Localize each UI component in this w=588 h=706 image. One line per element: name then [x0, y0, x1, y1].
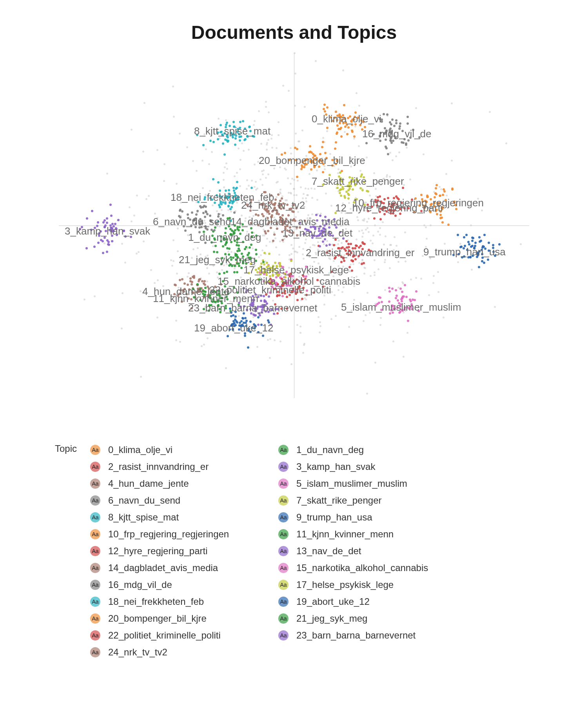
noise-point	[288, 90, 290, 92]
topic-point	[241, 317, 244, 319]
noise-point	[388, 251, 390, 253]
topic-point	[281, 231, 283, 233]
topic-point	[298, 280, 300, 282]
topic-point	[292, 204, 295, 206]
topic-point	[351, 129, 353, 132]
legend-item[interactable]: Aa23_barn_barna_barnevernet	[278, 629, 466, 642]
legend-item[interactable]: Aa21_jeg_syk_meg	[278, 612, 466, 625]
legend-item[interactable]: Aa11_kjnn_kvinner_menn	[278, 528, 466, 541]
topic-point	[274, 198, 277, 201]
noise-point	[336, 205, 338, 207]
topic-point	[249, 126, 251, 128]
topic-point	[343, 104, 345, 106]
topic-point	[257, 296, 260, 298]
topic-point	[338, 254, 340, 257]
legend-item[interactable]: Aa16_mdg_vil_de	[90, 578, 278, 591]
topic-point	[340, 127, 342, 129]
noise-point	[143, 240, 145, 242]
topic-point	[414, 197, 417, 200]
legend-item[interactable]: Aa22_politiet_kriminelle_politi	[90, 629, 278, 642]
topic-point	[263, 295, 265, 297]
topic-point	[399, 213, 401, 215]
topic-point	[335, 163, 337, 165]
legend-item[interactable]: Aa17_helse_psykisk_lege	[278, 578, 466, 591]
noise-point	[279, 240, 281, 242]
topic-point	[306, 158, 308, 160]
topic-point	[211, 229, 213, 231]
topic-point	[477, 254, 479, 257]
topic-point	[255, 260, 257, 262]
legend-item[interactable]: Aa13_nav_de_det	[278, 544, 466, 558]
legend-item[interactable]: Aa19_abort_uke_12	[278, 595, 466, 608]
topic-point	[221, 297, 223, 299]
legend-item[interactable]: Aa7_skatt_rike_penger	[278, 494, 466, 507]
noise-point	[143, 102, 145, 104]
legend-item[interactable]: Aa0_klima_olje_vi	[90, 443, 278, 457]
scatter-plot[interactable]: 0_klima_olje_vi1_du_navn_deg2_rasist_inn…	[59, 53, 529, 398]
topic-point	[236, 291, 239, 294]
topic-point	[180, 289, 182, 291]
noise-point	[172, 86, 174, 87]
topic-point	[395, 122, 397, 124]
topic-point	[187, 284, 189, 286]
noise-point	[372, 242, 374, 244]
topic-point	[205, 227, 207, 229]
topic-point	[265, 232, 267, 235]
topic-point	[112, 230, 114, 233]
topic-point	[257, 214, 260, 217]
topic-point	[281, 295, 284, 297]
topic-point	[110, 215, 113, 217]
noise-point	[440, 188, 442, 190]
legend-item[interactable]: Aa6_navn_du_send	[90, 494, 278, 507]
noise-point	[353, 138, 355, 140]
legend-item[interactable]: Aa18_nei_frekkheten_feb	[90, 595, 278, 608]
topic-point	[217, 300, 219, 303]
legend-item[interactable]: Aa14_dagbladet_avis_media	[90, 561, 278, 575]
topic-point	[325, 244, 328, 247]
topic-point	[321, 235, 323, 237]
topic-point	[211, 300, 214, 303]
topic-point	[474, 242, 477, 244]
topic-point	[359, 124, 361, 126]
topic-point	[379, 218, 382, 220]
legend-item[interactable]: Aa12_hyre_regjering_parti	[90, 544, 278, 558]
noise-point	[404, 231, 406, 233]
topic-point	[79, 228, 81, 230]
legend-item[interactable]: Aa5_islam_muslimer_muslim	[278, 477, 466, 490]
noise-point	[291, 178, 293, 180]
topic-point	[260, 266, 262, 268]
noise-point	[246, 179, 248, 181]
topic-point	[218, 273, 221, 275]
noise-point	[142, 151, 144, 153]
noise-point	[213, 242, 215, 244]
noise-point	[269, 357, 271, 359]
topic-point	[439, 214, 442, 216]
legend-item[interactable]: Aa9_trump_han_usa	[278, 511, 466, 524]
noise-point	[176, 273, 178, 275]
noise-point	[377, 231, 379, 233]
legend-item[interactable]: Aa8_kjtt_spise_mat	[90, 511, 278, 524]
topic-point	[191, 211, 193, 214]
topic-point	[222, 280, 224, 282]
noise-point	[266, 194, 268, 196]
topic-point	[202, 212, 205, 214]
topic-point	[389, 121, 391, 124]
noise-point	[224, 166, 226, 168]
legend-swatch: Aa	[90, 563, 100, 573]
legend-item[interactable]: Aa15_narkotika_alkohol_cannabis	[278, 561, 466, 575]
topic-point	[407, 122, 409, 125]
topic-point	[279, 218, 281, 221]
legend-item[interactable]: Aa4_hun_dame_jente	[90, 477, 278, 490]
noise-point	[323, 252, 325, 254]
legend-item[interactable]: Aa1_du_navn_deg	[278, 443, 466, 457]
legend-item[interactable]: Aa3_kamp_han_svak	[278, 460, 466, 473]
legend-item[interactable]: Aa24_nrk_tv_tv2	[90, 646, 278, 659]
legend-item[interactable]: Aa2_rasist_innvandring_er	[90, 460, 278, 473]
topic-point	[209, 294, 211, 297]
legend-item[interactable]: Aa20_bompenger_bil_kjre	[90, 612, 278, 625]
legend-item[interactable]: Aa10_frp_regjering_regjeringen	[90, 528, 278, 541]
noise-point	[133, 215, 135, 217]
topic-point	[251, 299, 253, 301]
noise-point	[337, 243, 339, 245]
legend-label: 9_trump_han_usa	[296, 512, 372, 523]
